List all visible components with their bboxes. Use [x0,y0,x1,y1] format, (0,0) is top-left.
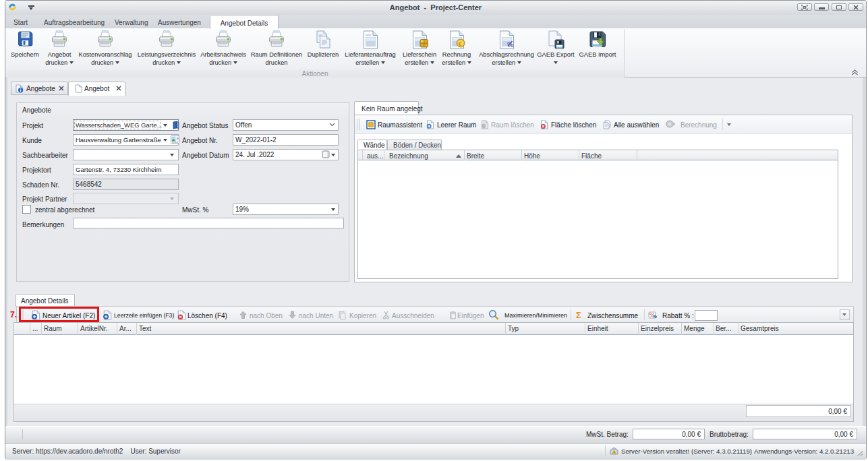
svg-text:€: € [458,40,461,47]
svg-text:%: % [507,40,514,49]
